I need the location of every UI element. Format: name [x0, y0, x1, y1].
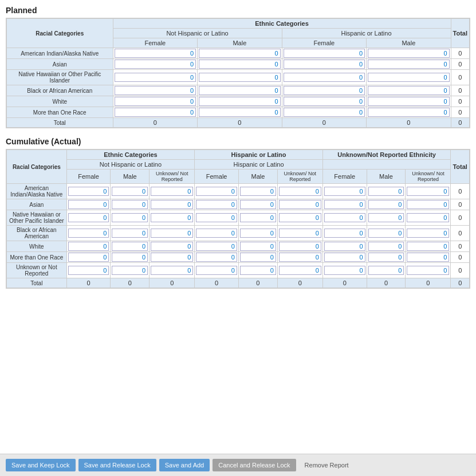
- input-nhopi-nh-f[interactable]: [115, 73, 196, 82]
- save-release-lock-button[interactable]: Save and Release Lock: [78, 459, 156, 471]
- input-nhopi-nh-m[interactable]: [199, 73, 280, 82]
- cum-input-white-nh-f[interactable]: [68, 242, 109, 251]
- cum-input-white-h-u[interactable]: [279, 242, 321, 251]
- input-white-h-f[interactable]: [284, 97, 365, 106]
- input-nhopi-h-f[interactable]: [284, 73, 365, 82]
- cum-input-nhopi-h-u[interactable]: [279, 213, 321, 222]
- cum-input-unknown-u-f[interactable]: [324, 266, 365, 275]
- cum-input-unknown-h-u[interactable]: [279, 266, 321, 275]
- input-ai-h-f[interactable]: [284, 49, 365, 58]
- input-baa-h-m[interactable]: [368, 86, 449, 95]
- cum-input-multi-h-f[interactable]: [196, 253, 237, 262]
- cum-input-nhopi-nh-u[interactable]: [151, 213, 193, 222]
- cum-input-white-nh-u[interactable]: [151, 242, 193, 251]
- cum-input-unknown-u-m[interactable]: [368, 266, 404, 275]
- cum-input-nhopi-u-m[interactable]: [368, 213, 404, 222]
- cum-input-asian-h-m[interactable]: [240, 200, 276, 209]
- cum-input-ai-nh-f[interactable]: [68, 187, 109, 196]
- cum-input-unknown-h-f[interactable]: [196, 266, 237, 275]
- cum-input-unknown-nh-u[interactable]: [151, 266, 193, 275]
- cum-input-multi-h-m[interactable]: [240, 253, 276, 262]
- input-asian-h-m[interactable]: [368, 60, 449, 69]
- cum-input-asian-nh-f[interactable]: [68, 200, 109, 209]
- cum-input-ai-u-u[interactable]: [407, 187, 449, 196]
- input-nhopi-h-m[interactable]: [368, 73, 449, 82]
- cum-input-ai-u-m[interactable]: [368, 187, 404, 196]
- input-baa-nh-m[interactable]: [199, 86, 280, 95]
- input-baa-h-f[interactable]: [284, 86, 365, 95]
- cum-input-baa-h-f[interactable]: [196, 229, 237, 238]
- remove-report-button[interactable]: Remove Report: [299, 459, 355, 471]
- cum-u-f-header: Female: [322, 170, 367, 184]
- input-asian-h-f[interactable]: [284, 60, 365, 69]
- cum-input-asian-h-u[interactable]: [279, 200, 321, 209]
- cum-input-ai-h-m[interactable]: [240, 187, 276, 196]
- cum-input-ai-h-f[interactable]: [196, 187, 237, 196]
- cum-input-white-u-m[interactable]: [368, 242, 404, 251]
- planned-section: Planned Racial Categories Ethnic Categor…: [6, 6, 470, 128]
- cum-input-multi-nh-f[interactable]: [68, 253, 109, 262]
- cum-nh-f-header: Female: [66, 170, 111, 184]
- cum-input-multi-u-u[interactable]: [407, 253, 449, 262]
- input-multi-h-m[interactable]: [368, 108, 449, 117]
- cum-input-baa-u-m[interactable]: [368, 229, 404, 238]
- cum-input-baa-u-f[interactable]: [324, 229, 365, 238]
- planned-total-all: 0: [451, 118, 470, 128]
- cum-input-multi-u-m[interactable]: [368, 253, 404, 262]
- cum-input-unknown-h-m[interactable]: [240, 266, 276, 275]
- cum-input-nhopi-nh-f[interactable]: [68, 213, 109, 222]
- cum-input-asian-u-m[interactable]: [368, 200, 404, 209]
- cum-input-nhopi-u-u[interactable]: [407, 213, 449, 222]
- cum-input-ai-nh-u[interactable]: [151, 187, 193, 196]
- input-multi-nh-m[interactable]: [199, 108, 280, 117]
- cum-input-nhopi-h-m[interactable]: [240, 213, 276, 222]
- cum-input-unknown-u-u[interactable]: [407, 266, 449, 275]
- input-asian-nh-m[interactable]: [199, 60, 280, 69]
- cum-input-multi-u-f[interactable]: [324, 253, 365, 262]
- cum-input-baa-h-u[interactable]: [279, 229, 321, 238]
- cum-input-unknown-nh-m[interactable]: [112, 266, 148, 275]
- cum-input-white-h-f[interactable]: [196, 242, 237, 251]
- cum-input-asian-nh-u[interactable]: [151, 200, 193, 209]
- cell-nhopi-nh-f: [113, 70, 198, 85]
- input-white-nh-f[interactable]: [115, 97, 196, 106]
- cum-input-white-nh-m[interactable]: [112, 242, 148, 251]
- cum-input-ai-u-f[interactable]: [324, 187, 365, 196]
- cum-input-baa-u-u[interactable]: [407, 229, 449, 238]
- cum-input-nhopi-u-f[interactable]: [324, 213, 365, 222]
- input-ai-nh-f[interactable]: [115, 49, 196, 58]
- input-white-nh-m[interactable]: [199, 97, 280, 106]
- save-add-button[interactable]: Save and Add: [159, 459, 210, 471]
- input-ai-h-m[interactable]: [368, 49, 449, 58]
- cum-input-multi-h-u[interactable]: [279, 253, 321, 262]
- cum-input-baa-nh-f[interactable]: [68, 229, 109, 238]
- cum-input-ai-nh-m[interactable]: [112, 187, 148, 196]
- input-multi-h-f[interactable]: [284, 108, 365, 117]
- cell-nhopi-h-m: [367, 70, 451, 85]
- cum-input-white-u-u[interactable]: [407, 242, 449, 251]
- cum-input-asian-h-f[interactable]: [196, 200, 237, 209]
- cancel-release-lock-button[interactable]: Cancel and Release Lock: [213, 459, 296, 471]
- cum-input-multi-nh-u[interactable]: [151, 253, 193, 262]
- cum-input-ai-h-u[interactable]: [279, 187, 321, 196]
- cum-input-asian-u-u[interactable]: [407, 200, 449, 209]
- cum-input-baa-nh-u[interactable]: [151, 229, 193, 238]
- input-ai-nh-m[interactable]: [199, 49, 280, 58]
- cum-input-asian-u-f[interactable]: [324, 200, 365, 209]
- save-keep-lock-button[interactable]: Save and Keep Lock: [6, 459, 76, 471]
- input-baa-nh-f[interactable]: [115, 86, 196, 95]
- cum-input-multi-nh-m[interactable]: [112, 253, 148, 262]
- input-white-h-m[interactable]: [368, 97, 449, 106]
- cum-ethnic-header: Ethnic Categories: [66, 150, 195, 160]
- input-asian-nh-f[interactable]: [115, 60, 196, 69]
- cum-input-nhopi-nh-m[interactable]: [112, 213, 148, 222]
- cum-input-baa-nh-m[interactable]: [112, 229, 148, 238]
- input-multi-nh-f[interactable]: [115, 108, 196, 117]
- cell-ai-h-f: [282, 48, 367, 59]
- cum-input-white-u-f[interactable]: [324, 242, 365, 251]
- cum-input-unknown-nh-f[interactable]: [68, 266, 109, 275]
- cum-input-asian-nh-m[interactable]: [112, 200, 148, 209]
- cum-input-nhopi-h-f[interactable]: [196, 213, 237, 222]
- cum-input-white-h-m[interactable]: [240, 242, 276, 251]
- cum-input-baa-h-m[interactable]: [240, 229, 276, 238]
